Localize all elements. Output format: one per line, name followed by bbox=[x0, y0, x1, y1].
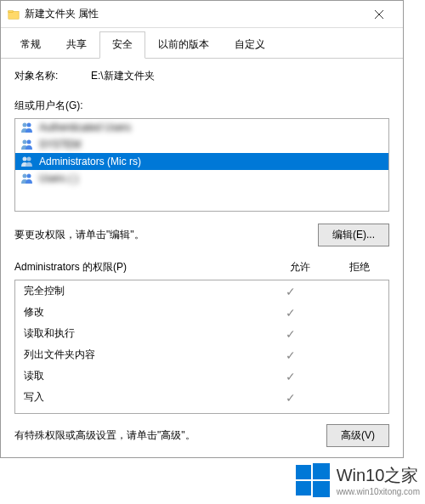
permission-name: 完全控制 bbox=[24, 284, 261, 298]
svg-point-8 bbox=[23, 157, 27, 161]
groups-listbox[interactable]: Authenticated Users SYSTEM Administrator… bbox=[14, 118, 389, 212]
svg-rect-12 bbox=[296, 465, 311, 479]
list-item[interactable]: Users ( ) bbox=[15, 170, 388, 187]
object-name-row: 对象名称: E:\新建文件夹 bbox=[14, 69, 389, 83]
permission-row: 写入 ✓ bbox=[15, 387, 388, 408]
advanced-hint: 有特殊权限或高级设置，请单击"高级"。 bbox=[14, 428, 196, 443]
permission-name: 读取 bbox=[24, 369, 261, 383]
svg-rect-0 bbox=[8, 11, 19, 19]
permission-name: 写入 bbox=[24, 390, 261, 405]
svg-rect-13 bbox=[313, 463, 330, 479]
advanced-button[interactable]: 高级(V) bbox=[326, 424, 389, 447]
svg-point-5 bbox=[27, 123, 31, 127]
svg-rect-1 bbox=[8, 10, 13, 12]
list-item[interactable]: SYSTEM bbox=[15, 136, 388, 153]
svg-point-6 bbox=[23, 140, 27, 144]
users-icon bbox=[20, 139, 34, 150]
watermark-title: Win10之家 bbox=[337, 464, 420, 487]
titlebar: 新建文件夹 属性 bbox=[1, 1, 403, 28]
windows-logo-icon bbox=[294, 462, 332, 499]
tab-general[interactable]: 常规 bbox=[8, 31, 54, 58]
object-name-label: 对象名称: bbox=[14, 69, 91, 83]
users-icon bbox=[20, 156, 34, 167]
list-item-text: Users ( ) bbox=[39, 173, 78, 184]
svg-point-9 bbox=[27, 157, 31, 161]
window-title: 新建文件夹 属性 bbox=[25, 7, 362, 21]
users-icon bbox=[20, 173, 34, 184]
edit-row: 要更改权限，请单击"编辑"。 编辑(E)... bbox=[14, 224, 389, 246]
tab-previous-versions[interactable]: 以前的版本 bbox=[145, 31, 222, 58]
list-item-text: SYSTEM bbox=[39, 139, 81, 150]
allow-column-header: 允许 bbox=[270, 260, 330, 275]
object-name-value: E:\新建文件夹 bbox=[91, 69, 389, 83]
watermark: Win10之家 www.win10xitong.com bbox=[294, 462, 420, 499]
svg-point-11 bbox=[27, 174, 31, 178]
permission-row: 读取 ✓ bbox=[15, 365, 388, 387]
allow-check-icon: ✓ bbox=[261, 391, 320, 405]
close-button[interactable] bbox=[362, 3, 396, 26]
list-item-text: Authenticated Users bbox=[39, 122, 131, 133]
permission-name: 修改 bbox=[24, 305, 261, 320]
permission-row: 修改 ✓ bbox=[15, 302, 388, 323]
permissions-listbox[interactable]: 完全控制 ✓ 修改 ✓ 读取和执行 ✓ 列出文件夹内容 ✓ 读取 ✓ bbox=[14, 280, 389, 414]
folder-icon bbox=[8, 8, 20, 20]
users-icon bbox=[20, 122, 34, 133]
watermark-text: Win10之家 www.win10xitong.com bbox=[337, 464, 420, 496]
allow-check-icon: ✓ bbox=[261, 285, 320, 298]
edit-button[interactable]: 编辑(E)... bbox=[318, 224, 389, 246]
list-item[interactable]: Authenticated Users bbox=[15, 119, 388, 136]
groups-label: 组或用户名(G): bbox=[14, 99, 389, 113]
permissions-title: Administrators 的权限(P) bbox=[14, 260, 270, 275]
permission-row: 列出文件夹内容 ✓ bbox=[15, 344, 388, 365]
advanced-row: 有特殊权限或高级设置，请单击"高级"。 高级(V) bbox=[14, 424, 389, 447]
tab-sharing[interactable]: 共享 bbox=[54, 31, 99, 58]
permission-row: 读取和执行 ✓ bbox=[15, 323, 388, 344]
edit-hint: 要更改权限，请单击"编辑"。 bbox=[14, 228, 144, 242]
allow-check-icon: ✓ bbox=[261, 348, 320, 362]
allow-check-icon: ✓ bbox=[261, 327, 320, 341]
permission-name: 列出文件夹内容 bbox=[24, 348, 261, 362]
list-item-text: Administrators (Mic rs) bbox=[39, 156, 141, 167]
svg-rect-15 bbox=[313, 481, 330, 497]
close-icon bbox=[375, 10, 383, 19]
deny-column-header: 拒绝 bbox=[330, 260, 389, 275]
tab-strip: 常规 共享 安全 以前的版本 自定义 bbox=[1, 28, 403, 59]
tab-customize[interactable]: 自定义 bbox=[222, 31, 278, 58]
tab-content: 对象名称: E:\新建文件夹 组或用户名(G): Authenticated U… bbox=[1, 59, 403, 457]
watermark-url: www.win10xitong.com bbox=[337, 487, 420, 496]
svg-point-4 bbox=[23, 123, 27, 127]
svg-point-10 bbox=[23, 174, 27, 178]
tab-security[interactable]: 安全 bbox=[99, 31, 145, 59]
permission-name: 读取和执行 bbox=[24, 326, 261, 341]
allow-check-icon: ✓ bbox=[261, 306, 320, 320]
permissions-header: Administrators 的权限(P) 允许 拒绝 bbox=[14, 260, 389, 275]
allow-check-icon: ✓ bbox=[261, 370, 320, 383]
list-item[interactable]: Administrators (Mic rs) bbox=[15, 153, 388, 170]
svg-rect-14 bbox=[296, 481, 311, 496]
svg-point-7 bbox=[27, 140, 31, 144]
permission-row: 完全控制 ✓ bbox=[15, 280, 388, 302]
properties-dialog: 新建文件夹 属性 常规 共享 安全 以前的版本 自定义 对象名称: E:\新建文… bbox=[0, 0, 404, 458]
